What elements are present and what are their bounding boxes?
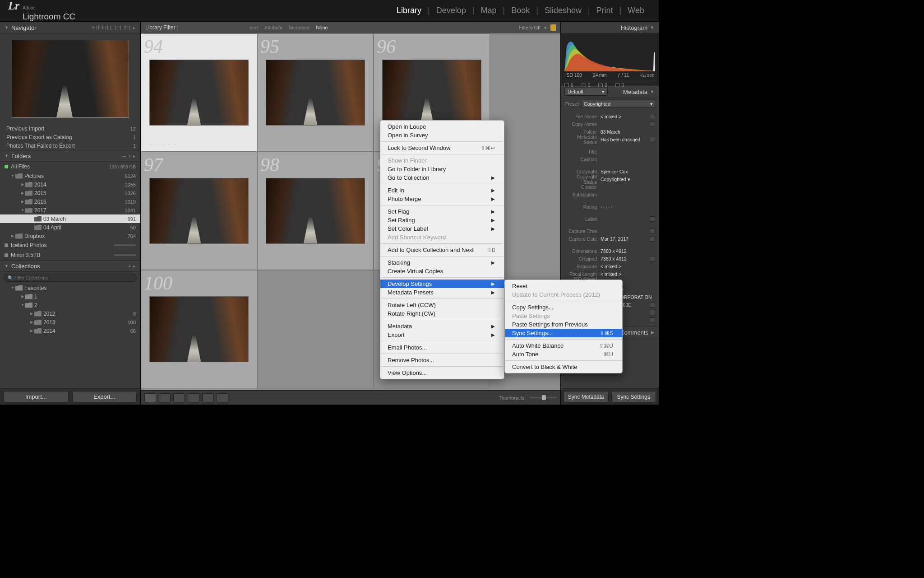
folder-row[interactable]: ▼20171041	[0, 206, 140, 214]
import-button[interactable]: Import...	[4, 391, 69, 402]
collection-row[interactable]: ▶20128	[0, 309, 140, 318]
painter-button[interactable]	[217, 393, 228, 402]
collection-row[interactable]: ▼2	[0, 301, 140, 309]
menu-item[interactable]: Set Color Label▶	[380, 224, 504, 233]
navigator-header[interactable]: ▼Navigator FIT FILL 1:1 2:1 ▸	[0, 22, 140, 33]
module-map[interactable]: Map	[474, 6, 503, 15]
catalog-item[interactable]: Previous Export as Catalog1	[0, 133, 140, 141]
grid-cell[interactable]: 100	[141, 270, 257, 388]
grid-cell[interactable]: 95	[257, 33, 374, 152]
metadata-row[interactable]: Copyright StatusCopyrighted ▾	[564, 175, 655, 183]
folder-row[interactable]: ▶20161919	[0, 197, 140, 206]
menu-item[interactable]: Open in Loupe	[380, 122, 504, 131]
metadata-view-select[interactable]: Default▾	[564, 88, 608, 96]
thumbnail-size-slider[interactable]	[530, 397, 557, 398]
collections-header[interactable]: ▼Collections + ▸	[0, 260, 140, 272]
menu-item[interactable]: Remove Photos...	[380, 356, 504, 364]
menu-item[interactable]: Stacking▶	[380, 258, 504, 267]
module-slideshow[interactable]: Slideshow	[538, 6, 588, 15]
sync-settings-button[interactable]: Sync Settings	[611, 391, 656, 402]
module-develop[interactable]: Develop	[430, 6, 472, 15]
menu-item[interactable]: Rotate Left (CCW)	[380, 301, 504, 309]
grid-cell[interactable]: 94· · · · ·	[141, 33, 257, 152]
menu-item[interactable]: Export▶	[380, 331, 504, 339]
menu-item[interactable]: Open in Survey	[380, 131, 504, 140]
menu-item[interactable]: Auto White Balance⇧⌘U	[505, 341, 622, 350]
grid-view-button[interactable]	[144, 393, 156, 402]
folder-row[interactable]: ▶Dropbox704	[0, 232, 140, 240]
collection-row[interactable]: ▶2013100	[0, 318, 140, 326]
folder-row[interactable]: ▶20151326	[0, 189, 140, 197]
metadata-row[interactable]: Copy Name	[564, 120, 655, 128]
filters-off[interactable]: Filters Off	[519, 25, 541, 30]
menu-item[interactable]: Copy Settings...	[505, 303, 622, 312]
export-button[interactable]: Export...	[72, 391, 137, 402]
context-menu[interactable]: Open in LoupeOpen in SurveyLock to Secon…	[380, 120, 504, 379]
filter-none[interactable]: None	[316, 25, 328, 30]
metadata-row[interactable]: Metadata StatusHas been changed	[564, 135, 655, 143]
volume-row[interactable]: Iceland Photos	[0, 240, 140, 250]
metadata-row[interactable]: Cropped7360 x 4912	[564, 255, 655, 262]
metadata-row[interactable]: Exposure< mixed >	[564, 262, 655, 270]
menu-item[interactable]: Reset	[505, 282, 622, 290]
folders-header[interactable]: ▼Folders — + ▸	[0, 150, 140, 162]
menu-item[interactable]: Create Virtual Copies	[380, 267, 504, 275]
histogram-header[interactable]: Histogram▼	[561, 22, 659, 33]
metadata-row[interactable]: Capture Time	[564, 227, 655, 235]
metadata-row[interactable]: Creator	[564, 183, 655, 191]
module-web[interactable]: Web	[621, 6, 651, 15]
context-submenu-develop-settings[interactable]: ResetUpdate to Current Process (2012)Cop…	[504, 280, 623, 373]
menu-item[interactable]: Photo Merge▶	[380, 195, 504, 203]
survey-view-button[interactable]	[188, 393, 199, 402]
menu-item[interactable]: Metadata Presets▶	[380, 288, 504, 297]
metadata-row[interactable]: Capture DateMar 17, 2017	[564, 235, 655, 242]
grid-cell[interactable]: 97	[141, 152, 257, 270]
menu-item[interactable]: Set Flag▶	[380, 207, 504, 216]
grid-cell[interactable]: 98	[257, 152, 374, 270]
menu-item[interactable]: Email Photos...	[380, 343, 504, 352]
collection-row[interactable]: ▼Favorites	[0, 284, 140, 292]
metadata-row[interactable]: Rating· · · · ·	[564, 203, 655, 210]
collections-search[interactable]: 🔍 Filter Collections	[4, 274, 137, 282]
navigator-preview[interactable]	[0, 33, 140, 124]
menu-item[interactable]: Rotate Right (CW)	[380, 309, 504, 318]
menu-item[interactable]: Sync Settings...⇧⌘S	[505, 329, 622, 337]
menu-item[interactable]: Set Rating▶	[380, 216, 504, 224]
metadata-preset-select[interactable]: Copyrighted▾	[582, 100, 655, 108]
metadata-row[interactable]: Label	[564, 215, 655, 223]
menu-item[interactable]: Lock to Second Window⇧⌘↩	[380, 144, 504, 152]
folder-row[interactable]: 03 March991	[0, 214, 140, 223]
menu-item[interactable]: Paste Settings from Previous	[505, 320, 622, 329]
menu-item[interactable]: Add to Quick Collection and Next⇧B	[380, 246, 504, 254]
collection-row[interactable]: ▶201466	[0, 326, 140, 335]
menu-item[interactable]: Auto Tone⌘U	[505, 350, 622, 359]
module-book[interactable]: Book	[505, 6, 536, 15]
metadata-row[interactable]: Dimensions7360 x 4912	[564, 247, 655, 255]
navigator-zoom-modes[interactable]: FIT FILL 1:1 2:1 ▸	[92, 25, 136, 30]
module-library[interactable]: Library	[390, 6, 428, 15]
catalog-item[interactable]: Previous Import12	[0, 124, 140, 133]
metadata-row[interactable]: Caption	[564, 155, 655, 163]
folder-row[interactable]: 04 April50	[0, 223, 140, 232]
people-view-button[interactable]	[202, 393, 214, 402]
menu-item[interactable]: Metadata▶	[380, 322, 504, 331]
metadata-row[interactable]: Title	[564, 148, 655, 155]
catalog-item[interactable]: Photos That Failed to Export1	[0, 141, 140, 150]
folder-row[interactable]: ▶20141055	[0, 180, 140, 189]
lock-icon[interactable]	[550, 24, 556, 31]
menu-item[interactable]: Develop Settings▶	[380, 280, 504, 288]
folder-row[interactable]: ▼Pictures6124	[0, 172, 140, 180]
metadata-row[interactable]: File Name< mixed >	[564, 112, 655, 120]
metadata-row[interactable]: Sublocation	[564, 191, 655, 198]
menu-item[interactable]: Go to Folder in Library	[380, 165, 504, 173]
volume-row[interactable]: Minor 3.5TB	[0, 250, 140, 260]
sync-metadata-button[interactable]: Sync Metadata	[564, 391, 609, 402]
filter-metadata[interactable]: Metadata	[289, 25, 310, 30]
volume-row[interactable]: All Files 133 / 699 GB	[0, 162, 140, 172]
filter-text[interactable]: Text	[249, 25, 258, 30]
menu-item[interactable]: Go to Collection▶	[380, 173, 504, 182]
menu-item[interactable]: Convert to Black & White	[505, 363, 622, 371]
menu-item[interactable]: Edit In▶	[380, 186, 504, 195]
menu-item[interactable]: View Options...	[380, 368, 504, 377]
module-print[interactable]: Print	[590, 6, 619, 15]
